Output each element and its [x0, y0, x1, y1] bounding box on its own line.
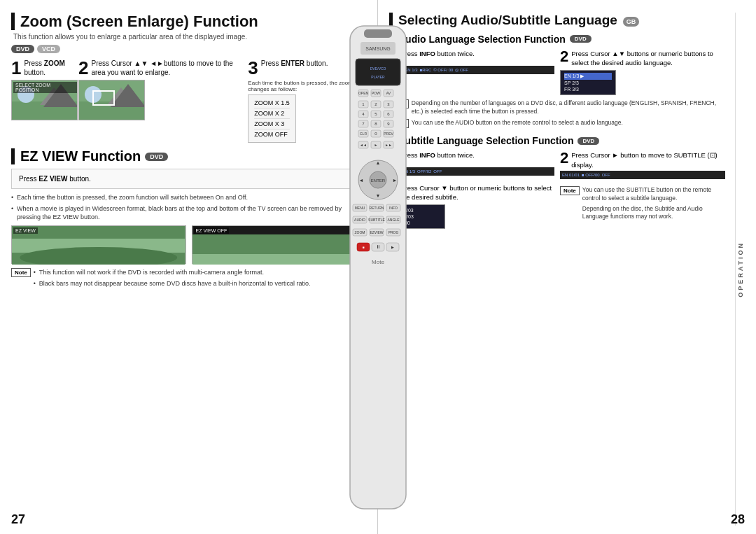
audio-note2-text: You can use the AUDIO button on the remo… — [412, 119, 623, 127]
right-inner: Selecting Audio/Subtitle Language GB Aud… — [389, 13, 745, 526]
audio-s2-text: Press Cursor ▲▼ buttons or numeric butto… — [571, 49, 725, 68]
ez-note-a: This function will not work if the DVD i… — [34, 268, 311, 277]
subtitle-section-header: Subtitle Language Selection Function DVD — [389, 135, 725, 146]
svg-text:ENTER: ENTER — [371, 178, 386, 183]
ez-note-b: Black bars may not disappear because som… — [34, 279, 311, 288]
zoom-level-1: ZOOM X 1.5 — [254, 98, 290, 108]
sub-s2-text: Press Cursor ► button to move to SUBTITL… — [571, 150, 725, 169]
lang-en: EN 1/3 ▶ — [564, 73, 612, 80]
sub2-status-en: EN 01/01 — [562, 173, 580, 177]
remote-svg: SAMSUNG DVD/VCD PLAYER OPEN POW AV 1 2 3… — [343, 22, 413, 512]
svg-text:▶: ▶ — [391, 245, 394, 249]
status-sub: ■RRC — [420, 68, 432, 72]
subtitle-note-col: Note You can use the SUBTITLE button on … — [560, 183, 725, 224]
ez-view-section: EZ VIEW Function DVD Press EZ VIEW butto… — [11, 148, 366, 290]
subtitle-step-2: 2 Press Cursor ► button to move to SUBTI… — [560, 150, 725, 179]
subtitle-section-title: Subtitle Language Selection Function — [398, 135, 573, 146]
ez-img-on: EZ VIEW — [11, 225, 186, 264]
zoom-title: Zoom (Screen Enlarge) Function — [11, 13, 366, 30]
remote-area: SAMSUNG DVD/VCD PLAYER OPEN POW AV 1 2 3… — [340, 0, 416, 534]
zoom-step-2: 2 Press Cursor ▲▼ ◄►buttons to move to t… — [78, 59, 244, 120]
note-texts-ez: This function will not work if the DVD i… — [34, 268, 311, 290]
ez-images: EZ VIEW EZ VIEW OFF — [11, 225, 366, 264]
sub2-status-off2: OFF — [602, 173, 610, 177]
svg-text:POW: POW — [372, 91, 380, 95]
svg-text:ZOOM: ZOOM — [355, 230, 365, 234]
page: Zoom (Screen Enlarge) Function This func… — [0, 0, 756, 534]
svg-text:PROG: PROG — [388, 230, 399, 234]
zoom-img-2 — [78, 80, 145, 120]
svg-text:EZVIEW: EZVIEW — [370, 230, 383, 234]
audio-note2: Note You can use the AUDIO button on the… — [389, 119, 725, 128]
badge-row: DVD VCD — [11, 45, 366, 53]
step-2-number: 2 — [78, 59, 88, 77]
audio-two-col: 1 Press INFO button twice. DVD ■EN 1/3 ■… — [389, 49, 725, 96]
audio-s2-num: 2 — [560, 49, 568, 64]
step-2-text: Press Cursor ▲▼ ◄►buttons to move to the… — [91, 59, 244, 77]
lang-list: EN 1/3 ▶ SP 2/3 FR 3/3 — [560, 70, 616, 95]
audio-section: Audio Language Selection Function DVD 1 … — [389, 34, 725, 128]
right-page: Selecting Audio/Subtitle Language GB Aud… — [378, 0, 756, 534]
svg-rect-18 — [350, 26, 406, 509]
svg-text:SUBTITLE: SUBTITLE — [368, 218, 386, 222]
subtitle-note-text2: Depending on the disc, the Subtitle and … — [582, 205, 725, 222]
right-content: Selecting Audio/Subtitle Language GB Aud… — [389, 13, 735, 526]
ez-note-2: When a movie is played in Widescreen for… — [11, 204, 366, 222]
lang-fr: FR 3/3 — [564, 86, 612, 92]
subtitle-dvd-badge: DVD — [578, 137, 599, 145]
svg-text:ANGLE: ANGLE — [388, 218, 400, 222]
svg-text:⏸: ⏸ — [376, 244, 381, 249]
zoom-img-1: SELECT ZOOM POSITION — [11, 80, 78, 120]
svg-text:►►: ►► — [385, 143, 392, 147]
zoom-subtitle: This function allows you to enlarge a pa… — [11, 33, 366, 41]
svg-text:MENU: MENU — [355, 206, 365, 210]
zoom-level-off: ZOOM OFF — [254, 129, 290, 139]
left-page: Zoom (Screen Enlarge) Function This func… — [0, 0, 378, 534]
ez-view-box: Press EZ VIEW button. — [11, 169, 366, 189]
step-1-number: 1 — [11, 59, 21, 77]
ez-view-title: EZ VIEW Function — [20, 148, 141, 164]
svg-text:◄: ◄ — [359, 178, 364, 183]
svg-text:OPEN: OPEN — [358, 91, 369, 95]
status-off1: © OFF/ 00 — [433, 68, 453, 72]
svg-rect-22 — [356, 59, 400, 85]
ez-view-dvd-badge: DVD — [145, 153, 168, 161]
svg-text:◄◄: ◄◄ — [360, 143, 367, 147]
svg-text:▼: ▼ — [376, 193, 381, 198]
svg-text:Mote: Mote — [372, 259, 384, 265]
svg-text:PLAYER: PLAYER — [371, 75, 385, 79]
svg-text:DVD/VCD: DVD/VCD — [370, 66, 386, 71]
subtitle-note-label: Note — [560, 186, 580, 195]
svg-text:CLR: CLR — [360, 132, 367, 136]
subtitle-two-col: 1 Press INFO button twice. DVD EN 1/3 OF… — [389, 150, 725, 179]
svg-rect-19 — [364, 29, 392, 38]
subtitle-note-texts: You can use the SUBTITLE button on the r… — [582, 186, 725, 222]
audio-section-header: Audio Language Selection Function DVD — [389, 34, 725, 45]
note-section-ez: Note This function will not work if the … — [11, 268, 366, 290]
svg-text:▲: ▲ — [376, 160, 381, 165]
subtitle-note-text1: You can use the SUBTITLE button on the r… — [582, 186, 725, 203]
step-1-text: Press ZOOM button. — [24, 59, 74, 77]
subtitle-section: Subtitle Language Selection Function DVD… — [389, 135, 725, 229]
svg-text:AV: AV — [386, 91, 391, 95]
right-title: Selecting Audio/Subtitle Language — [389, 13, 617, 28]
status-off2: ◎ OFF — [455, 67, 468, 72]
step-3-number: 3 — [248, 59, 258, 77]
page-num-left: 27 — [11, 512, 25, 527]
sub-status-off2: OFF — [433, 169, 442, 174]
zoom-level-2: ZOOM X 2 — [254, 108, 290, 119]
svg-text:AUDIO: AUDIO — [354, 218, 365, 222]
zoom-level-3: ZOOM X 3 — [254, 119, 290, 129]
audio-note-detail: Note Depending on the number of language… — [389, 99, 725, 116]
operation-label-col: OPERATION — [735, 13, 745, 526]
right-title-row: Selecting Audio/Subtitle Language GB — [389, 13, 725, 31]
sub-status-off: OFF/02 — [417, 169, 431, 174]
subtitle-step3-row: 3 Press Cursor ▼ button or numeric butto… — [389, 183, 725, 230]
audio-section-title: Audio Language Selection Function — [398, 34, 566, 45]
audio-note-text: Depending on the number of languages on … — [412, 99, 725, 116]
svg-text:RETURN: RETURN — [370, 206, 384, 210]
sub-s2-num: 2 — [560, 150, 568, 166]
audio-step-2: 2 Press Cursor ▲▼ buttons or numeric but… — [560, 49, 725, 96]
zoom-step-1: 1 Press ZOOM button. SELECT ZOOM POSITIO… — [11, 59, 74, 120]
zoom-steps-row: 1 Press ZOOM button. SELECT ZOOM POSITIO… — [11, 59, 366, 143]
